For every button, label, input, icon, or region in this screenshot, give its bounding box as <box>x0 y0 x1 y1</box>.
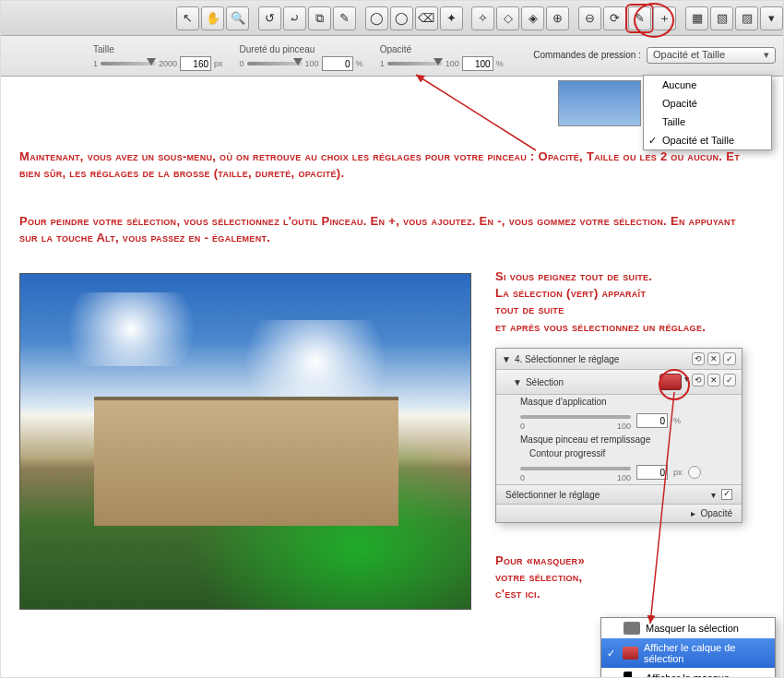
annotation-side: Si vous peignez tout de suite.La sélecti… <box>495 268 772 336</box>
radio-icon[interactable] <box>688 466 701 479</box>
taille-input[interactable] <box>180 56 211 71</box>
durete-group: Dureté du pinceau 0 100 % <box>240 44 363 71</box>
tool-button-14[interactable]: ⊕ <box>546 6 569 30</box>
enable-checkbox[interactable]: ✓ <box>723 352 736 365</box>
opacite-label: Opacité <box>701 508 732 518</box>
ctx-item-label: Afficher le calque de sélection <box>644 642 769 664</box>
pressure-option[interactable]: Aucune <box>644 76 771 94</box>
tool-button-6[interactable]: ✎ <box>333 6 356 30</box>
tool-button-8[interactable]: ◯ <box>390 6 413 30</box>
thumbnail-icon <box>623 647 638 660</box>
taille-slider[interactable] <box>101 62 156 65</box>
image-preview <box>558 80 641 126</box>
thumbnail-icon <box>624 672 640 678</box>
dropdown-arrow-icon[interactable]: ▾ <box>684 374 689 390</box>
dropdown-arrow-icon[interactable]: ▾ <box>711 490 716 500</box>
building-in-image <box>94 397 398 526</box>
tool-button-7[interactable]: ◯ <box>365 6 388 30</box>
taille-unit: px <box>214 59 223 68</box>
durete-slider[interactable] <box>247 62 303 65</box>
disclosure-triangle-icon[interactable]: ▼ <box>513 377 522 387</box>
contour-unit: px <box>673 468 683 477</box>
selection-display-menu: Masquer la sélection✓Afficher le calque … <box>600 617 776 678</box>
contour-max: 100 <box>617 473 631 482</box>
tool-button-22[interactable]: ▾ <box>760 6 783 30</box>
taille-max: 2000 <box>159 59 177 68</box>
tool-button-10[interactable]: ✦ <box>440 6 463 30</box>
select-reglage-checkbox[interactable] <box>721 489 732 500</box>
tool-button-12[interactable]: ◇ <box>496 6 519 30</box>
tool-button-4[interactable]: ⤾ <box>283 6 306 30</box>
disclosure-triangle-icon[interactable]: ▼ <box>502 354 511 364</box>
tool-button-9[interactable]: ⌫ <box>415 6 438 30</box>
tool-button-21[interactable]: ▨ <box>735 6 758 30</box>
svg-line-0 <box>416 75 536 150</box>
tool-button-19[interactable]: ▦ <box>685 6 708 30</box>
tool-button-13[interactable]: ◈ <box>521 6 544 30</box>
masque-app-min: 0 <box>520 422 525 431</box>
opacite-group: Opacité 1 100 % <box>380 44 504 71</box>
durete-max: 100 <box>305 59 319 68</box>
pressure-option[interactable]: Opacité et Taille <box>644 131 771 149</box>
ctx-item[interactable]: ✓Afficher le calque de sélection <box>601 638 775 668</box>
contour-slider[interactable] <box>520 467 631 470</box>
masque-app-input[interactable] <box>636 413 668 428</box>
pressure-dropdown-menu: AucuneOpacitéTailleOpacité et Taille <box>643 75 772 150</box>
thumbnail-icon <box>624 622 640 635</box>
durete-input[interactable] <box>322 56 353 71</box>
pressure-dropdown[interactable]: Opacité et Taille <box>647 47 776 64</box>
opacite-unit: % <box>496 59 504 68</box>
expand-icon[interactable]: ▸ <box>691 508 695 518</box>
reset-icon[interactable]: ⟲ <box>692 352 705 365</box>
opacite-label: Opacité <box>380 44 504 54</box>
panel-title: 4. Sélectionner le réglage <box>515 354 619 364</box>
close-icon[interactable]: ✕ <box>707 374 720 387</box>
opacite-input[interactable] <box>462 56 493 71</box>
taille-label: Taille <box>93 44 223 54</box>
annotation-mask: Pour «masquer»votre sélection,c'est ici. <box>495 553 661 603</box>
masque-app-label: Masque d'application <box>496 395 742 409</box>
arrow-annotation-1 <box>259 67 554 160</box>
panel-header[interactable]: ▼ 4. Sélectionner le réglage ⟲ ✕ ✓ <box>496 349 742 370</box>
pressure-dropdown-value: Opacité et Taille <box>653 49 725 60</box>
annotation-paragraph-2: Pour peindre votre sélection, vous sélec… <box>19 213 748 246</box>
tool-button-11[interactable]: ✧ <box>471 6 494 30</box>
ctx-item[interactable]: Afficher le masque <box>601 668 775 678</box>
close-icon[interactable]: ✕ <box>707 352 720 365</box>
select-reglage-row[interactable]: Sélectionner le réglage ▾ <box>496 484 742 504</box>
durete-unit: % <box>356 59 363 68</box>
opacite-row[interactable]: ▸ Opacité <box>496 504 742 522</box>
tool-button-17[interactable]: ✎ <box>628 6 651 30</box>
enable-checkbox[interactable]: ✓ <box>723 374 736 387</box>
tool-button-2[interactable]: 🔍 <box>226 6 249 30</box>
contour-input[interactable] <box>636 465 668 480</box>
tool-button-16[interactable]: ⟳ <box>603 6 626 30</box>
tool-button-18[interactable]: ＋ <box>653 6 676 30</box>
ctx-item[interactable]: Masquer la sélection <box>601 618 775 638</box>
tool-button-1[interactable]: ✋ <box>201 6 224 30</box>
selection-row[interactable]: ▼ Sélection ▾ ⟲ ✕ ✓ <box>496 370 742 395</box>
sample-image <box>19 273 471 610</box>
opacite-slider[interactable] <box>387 62 443 65</box>
opacite-min: 1 <box>380 59 385 68</box>
reset-icon[interactable]: ⟲ <box>692 374 705 387</box>
durete-min: 0 <box>240 59 244 68</box>
masque-app-unit: % <box>673 416 681 425</box>
tool-button-0[interactable]: ↖ <box>176 6 199 30</box>
taille-min: 1 <box>93 59 98 68</box>
select-reglage-label: Sélectionner le réglage <box>505 490 600 500</box>
pressure-label: Commandes de pression : <box>533 50 641 60</box>
pressure-option[interactable]: Opacité <box>644 94 771 113</box>
masque-app-slider[interactable] <box>520 415 631 419</box>
tool-button-3[interactable]: ↺ <box>258 6 281 30</box>
selection-thumbnail[interactable] <box>659 374 682 390</box>
contour-label: Contour progressif <box>496 446 742 460</box>
pressure-option[interactable]: Taille <box>644 113 771 131</box>
tool-button-20[interactable]: ▧ <box>710 6 733 30</box>
main-toolbar: ↖✋🔍↺⤾⧉✎◯◯⌫✦✧◇◈⊕⊖⟳✎＋▦▧▨▾ <box>1 1 783 36</box>
tool-button-5[interactable]: ⧉ <box>308 6 331 30</box>
tool-button-15[interactable]: ⊖ <box>578 6 601 30</box>
check-icon: ✓ <box>607 648 617 660</box>
selection-label: Sélection <box>526 377 564 387</box>
ctx-item-label: Masquer la sélection <box>646 623 739 634</box>
